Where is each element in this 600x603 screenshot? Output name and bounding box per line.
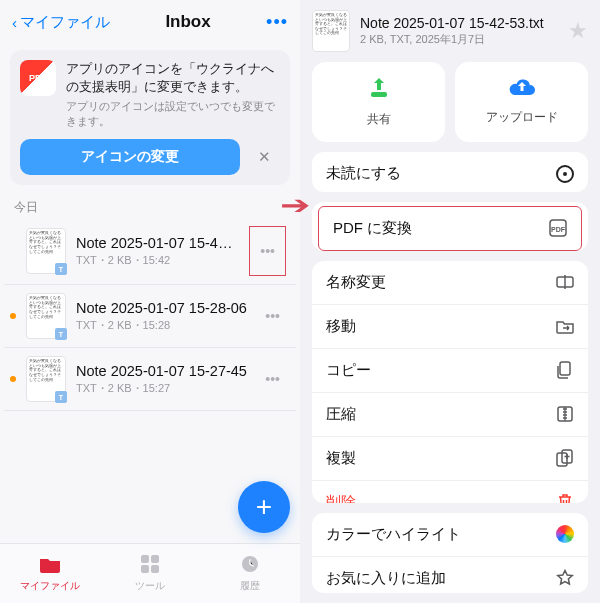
delete-item[interactable]: 削除: [312, 481, 588, 503]
mark-unread-item[interactable]: 未読にする: [312, 152, 588, 192]
tab-history[interactable]: 履歴: [200, 544, 300, 603]
menu-label: 名称変更: [326, 273, 386, 292]
rename-item[interactable]: 名称変更: [312, 261, 588, 305]
menu-label: 削除: [326, 493, 356, 503]
svg-rect-2: [141, 565, 149, 573]
upload-button[interactable]: アップロード: [455, 62, 588, 142]
file-row[interactable]: 天気が変良くなるといつも気温が上昇すると。これはなぜでしょう？そしてこの先何 T…: [4, 348, 296, 411]
rename-icon: [556, 273, 574, 291]
svg-rect-5: [371, 92, 387, 97]
duplicate-item[interactable]: 複製: [312, 437, 588, 481]
grid-icon: [141, 555, 159, 578]
file-info-header: 天気が変良くなるといつも気温が上昇すると。これはなぜでしょう？そしてこの先何 N…: [300, 0, 600, 62]
file-more-button[interactable]: •••: [249, 226, 286, 276]
file-more-button[interactable]: •••: [259, 365, 286, 393]
file-name: Note 2025-01-07 15-42-53: [76, 235, 239, 251]
file-row[interactable]: 天気が変良くなるといつも気温が上昇すると。これはなぜでしょう？そしてこの先何 T…: [4, 218, 296, 285]
tab-label: ツール: [135, 580, 165, 593]
right-panel: 天気が変良くなるといつも気温が上昇すると。これはなぜでしょう？そしてこの先何 N…: [300, 0, 600, 603]
dismiss-promo-button[interactable]: ✕: [248, 141, 280, 173]
chevron-left-icon: ‹: [12, 14, 17, 31]
add-fab-button[interactable]: +: [238, 481, 290, 533]
promo-line1: アプリのアイコンを「ウクライナへの支援表明」に変更できます。: [66, 60, 280, 96]
tab-label: マイファイル: [20, 580, 80, 593]
menu-label: 複製: [326, 449, 356, 468]
svg-text:PDF: PDF: [551, 226, 566, 233]
menu-label: お気に入りに追加: [326, 569, 446, 588]
menu-label: PDF に変換: [333, 219, 412, 238]
menu-group-convert: PDF に変換 PDF: [312, 202, 588, 251]
file-icon: [39, 555, 61, 578]
menu-group-file-ops: 名称変更 移動 コピー 圧縮 複製: [312, 261, 588, 503]
change-icon-button[interactable]: アイコンの変更: [20, 139, 240, 175]
promo-card: PDF アプリのアイコンを「ウクライナへの支援表明」に変更できます。 アプリのア…: [10, 50, 290, 185]
file-row[interactable]: 天気が変良くなるといつも気温が上昇すると。これはなぜでしょう？そしてこの先何 T…: [4, 285, 296, 348]
page-title: Inbox: [165, 12, 210, 32]
color-highlight-item[interactable]: カラーでハイライト: [312, 513, 588, 557]
unread-dot-icon: [10, 313, 16, 319]
convert-pdf-item[interactable]: PDF に変換 PDF: [319, 207, 581, 250]
menu-label: 圧縮: [326, 405, 356, 424]
share-icon: [367, 76, 391, 106]
back-button[interactable]: ‹ マイファイル: [12, 13, 110, 32]
action-row: 共有 アップロード: [300, 62, 600, 152]
menu-label: コピー: [326, 361, 371, 380]
compress-icon: [556, 405, 574, 423]
annotation-arrow-icon: ➔: [280, 190, 311, 221]
pdf-app-icon: PDF: [20, 60, 56, 96]
file-name: Note 2025-01-07 15-28-06: [76, 300, 249, 316]
move-icon: [556, 317, 574, 335]
back-label: マイファイル: [20, 13, 110, 32]
tab-tools[interactable]: ツール: [100, 544, 200, 603]
file-thumb-icon: 天気が変良くなるといつも気温が上昇すると。これはなぜでしょう？そしてこの先何 T: [26, 356, 66, 402]
share-button[interactable]: 共有: [312, 62, 445, 142]
upload-label: アップロード: [486, 109, 558, 126]
tab-my-files[interactable]: マイファイル: [0, 544, 100, 603]
star-outline-icon: [556, 569, 574, 587]
add-favorite-item[interactable]: お気に入りに追加: [312, 557, 588, 593]
file-meta: TXT・2 KB・15:27: [76, 381, 249, 396]
file-subtitle: 2 KB, TXT, 2025年1月7日: [360, 32, 558, 47]
svg-rect-3: [151, 565, 159, 573]
color-wheel-icon: [556, 525, 574, 543]
section-today: 今日: [0, 191, 300, 218]
header-more-button[interactable]: •••: [266, 12, 288, 33]
file-thumb-icon: 天気が変良くなるといつも気温が上昇すると。これはなぜでしょう？そしてこの先何: [312, 10, 350, 52]
svg-rect-10: [560, 362, 570, 375]
file-title: Note 2025-01-07 15-42-53.txt: [360, 15, 558, 31]
txt-badge-icon: T: [55, 328, 67, 340]
cloud-upload-icon: [508, 76, 536, 104]
menu-group-extras: カラーでハイライト お気に入りに追加: [312, 513, 588, 593]
file-meta: TXT・2 KB・15:28: [76, 318, 249, 333]
clock-icon: [241, 555, 259, 578]
menu-label: 未読にする: [326, 164, 401, 183]
header: ‹ マイファイル Inbox •••: [0, 0, 300, 44]
promo-line2: アプリのアイコンは設定でいつでも変更できます。: [66, 99, 280, 129]
svg-rect-0: [141, 555, 149, 563]
star-icon[interactable]: ★: [568, 18, 588, 44]
copy-icon: [556, 361, 574, 379]
svg-rect-1: [151, 555, 159, 563]
file-meta: TXT・2 KB・15:42: [76, 253, 239, 268]
trash-icon: [556, 493, 574, 502]
txt-badge-icon: T: [55, 263, 67, 275]
unread-dot-icon: [10, 376, 16, 382]
duplicate-icon: [556, 449, 574, 467]
menu-label: カラーでハイライト: [326, 525, 461, 544]
tab-bar: マイファイル ツール 履歴: [0, 543, 300, 603]
menu-label: 移動: [326, 317, 356, 336]
compress-item[interactable]: 圧縮: [312, 393, 588, 437]
share-label: 共有: [367, 111, 391, 128]
txt-badge-icon: T: [55, 391, 67, 403]
file-more-button[interactable]: •••: [259, 302, 286, 330]
pdf-icon: PDF: [549, 219, 567, 237]
file-thumb-icon: 天気が変良くなるといつも気温が上昇すると。これはなぜでしょう？そしてこの先何 T: [26, 228, 66, 274]
left-panel: ‹ マイファイル Inbox ••• PDF アプリのアイコンを「ウクライナへの…: [0, 0, 300, 603]
radio-icon: [556, 165, 574, 183]
tab-label: 履歴: [240, 580, 260, 593]
move-item[interactable]: 移動: [312, 305, 588, 349]
file-name: Note 2025-01-07 15-27-45: [76, 363, 249, 379]
file-thumb-icon: 天気が変良くなるといつも気温が上昇すると。これはなぜでしょう？そしてこの先何 T: [26, 293, 66, 339]
copy-item[interactable]: コピー: [312, 349, 588, 393]
menu-group-read: 未読にする: [312, 152, 588, 192]
